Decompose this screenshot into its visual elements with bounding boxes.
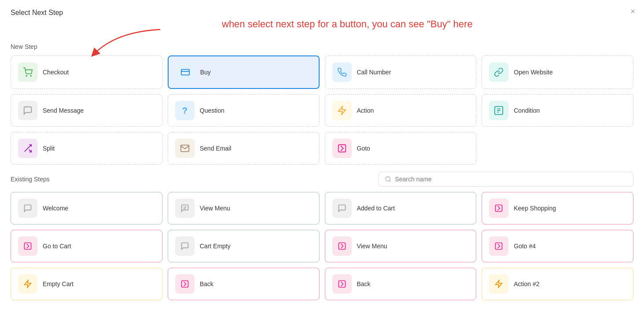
added-to-cart-icon xyxy=(332,199,352,218)
call-number-icon xyxy=(332,63,352,82)
step-open-website[interactable]: Open Website xyxy=(482,55,633,89)
step-view-menu-2[interactable]: View Menu xyxy=(325,230,477,262)
goto-4-icon xyxy=(489,236,508,256)
step-goto-4[interactable]: Goto #4 xyxy=(482,230,633,262)
open-website-icon xyxy=(489,63,508,82)
search-bar[interactable] xyxy=(378,172,633,187)
goto-icon xyxy=(332,139,352,158)
existing-steps-grid: Welcome View Menu Added to Cart xyxy=(11,192,633,300)
step-keep-shopping[interactable]: Keep Shopping xyxy=(482,192,633,225)
svg-rect-17 xyxy=(496,205,502,212)
step-condition[interactable]: Condition xyxy=(482,94,633,127)
keep-shopping-label: Keep Shopping xyxy=(514,205,556,212)
call-number-label: Call Number xyxy=(357,69,391,76)
step-back[interactable]: Back xyxy=(168,268,320,300)
select-next-step-modal: × Select Next Step when select next step… xyxy=(0,0,644,324)
close-button[interactable]: × xyxy=(630,7,635,16)
goto-label: Goto xyxy=(357,145,370,152)
welcome-label: Welcome xyxy=(43,205,68,212)
step-action-2[interactable]: Action #2 xyxy=(482,268,633,300)
step-question[interactable]: ? Question xyxy=(168,94,320,127)
svg-point-13 xyxy=(386,177,390,181)
action-label: Action xyxy=(357,107,374,114)
empty-cart-label: Empty Cart xyxy=(43,280,74,287)
question-icon: ? xyxy=(175,101,195,120)
step-call-number[interactable]: Call Number xyxy=(325,55,477,89)
svg-marker-24 xyxy=(496,280,502,288)
cart-empty-icon xyxy=(175,236,195,256)
checkout-icon xyxy=(18,63,37,82)
search-input[interactable] xyxy=(395,176,627,183)
back-label: Back xyxy=(200,280,213,287)
step-back-2[interactable]: Back xyxy=(325,268,477,300)
new-step-grid: Checkout Buy Call Number xyxy=(11,55,633,165)
send-message-label: Send Message xyxy=(43,107,84,114)
step-go-to-cart[interactable]: Go to Cart xyxy=(11,230,162,262)
step-view-menu[interactable]: View Menu xyxy=(168,192,320,225)
welcome-icon xyxy=(18,199,37,218)
step-checkout[interactable]: Checkout xyxy=(11,55,162,89)
checkout-label: Checkout xyxy=(43,69,69,76)
open-website-label: Open Website xyxy=(514,69,552,76)
svg-rect-18 xyxy=(25,243,31,250)
svg-point-1 xyxy=(26,75,27,76)
back-2-label: Back xyxy=(357,280,371,287)
added-to-cart-label: Added to Cart xyxy=(357,205,395,212)
step-welcome[interactable]: Welcome xyxy=(11,192,162,225)
empty-cell xyxy=(482,132,633,165)
svg-rect-22 xyxy=(181,281,188,287)
step-split[interactable]: Split xyxy=(11,132,162,165)
svg-marker-21 xyxy=(25,280,31,288)
svg-marker-5 xyxy=(338,107,346,114)
svg-line-14 xyxy=(390,180,391,182)
step-send-email[interactable]: Send Email xyxy=(168,132,320,165)
view-menu-2-label: View Menu xyxy=(357,243,387,250)
svg-rect-19 xyxy=(339,243,345,250)
step-send-message[interactable]: Send Message xyxy=(11,94,162,127)
go-to-cart-label: Go to Cart xyxy=(43,243,71,250)
buy-label: Buy xyxy=(200,69,211,76)
existing-steps-label: Existing Steps xyxy=(11,176,50,183)
step-cart-empty[interactable]: Cart Empty xyxy=(168,230,320,262)
send-message-icon xyxy=(18,101,37,120)
svg-rect-20 xyxy=(496,243,502,250)
step-action[interactable]: Action xyxy=(325,94,477,127)
step-empty-cart[interactable]: Empty Cart xyxy=(11,268,162,300)
send-email-label: Send Email xyxy=(200,145,232,152)
empty-cart-icon xyxy=(18,274,37,294)
svg-rect-3 xyxy=(181,70,189,75)
send-email-icon xyxy=(175,139,195,158)
action-2-label: Action #2 xyxy=(514,280,539,287)
action-2-icon xyxy=(489,274,508,294)
step-buy[interactable]: Buy xyxy=(168,55,320,89)
split-label: Split xyxy=(43,145,55,152)
question-label: Question xyxy=(200,107,224,114)
back-2-icon xyxy=(332,274,352,294)
search-icon xyxy=(385,176,391,183)
view-menu-label: View Menu xyxy=(200,205,230,212)
modal-title: Select Next Step xyxy=(11,9,633,17)
existing-steps-section-header: Existing Steps xyxy=(11,172,633,187)
step-added-to-cart[interactable]: Added to Cart xyxy=(325,192,477,225)
split-icon xyxy=(18,139,37,158)
svg-rect-23 xyxy=(339,281,345,287)
step-goto[interactable]: Goto xyxy=(325,132,477,165)
cart-empty-label: Cart Empty xyxy=(200,243,231,250)
action-icon xyxy=(332,101,352,120)
goto-4-label: Goto #4 xyxy=(514,243,536,250)
buy-icon xyxy=(176,63,195,82)
view-menu-2-icon xyxy=(332,236,352,256)
back-icon xyxy=(175,274,195,294)
view-menu-icon xyxy=(175,199,195,218)
annotation-arrow xyxy=(81,27,169,58)
svg-point-2 xyxy=(30,75,31,76)
svg-rect-12 xyxy=(338,145,346,152)
condition-icon xyxy=(489,101,508,120)
annotation-text: when select next step for a button, you … xyxy=(222,18,633,30)
go-to-cart-icon xyxy=(18,236,37,256)
condition-label: Condition xyxy=(514,107,540,114)
keep-shopping-icon xyxy=(489,199,508,218)
